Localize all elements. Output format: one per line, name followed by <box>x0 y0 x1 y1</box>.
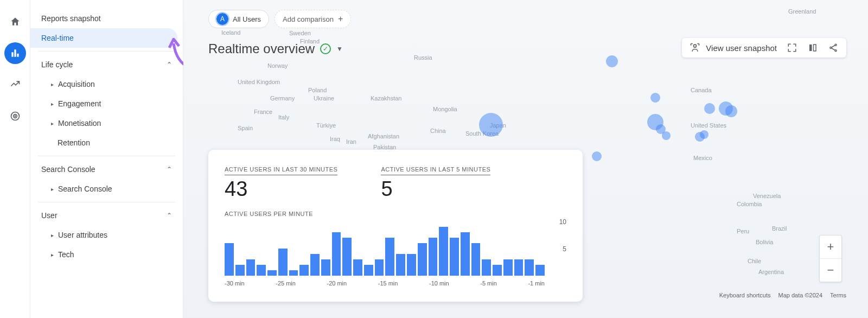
chart-bar <box>385 238 394 276</box>
home-icon[interactable] <box>4 11 26 33</box>
chart-bar <box>278 249 288 276</box>
chart-bar <box>310 254 320 276</box>
sidebar-item-retention[interactable]: Retention <box>30 133 183 152</box>
chart-bar <box>321 259 330 276</box>
chart-bar <box>299 265 309 276</box>
pill-label: All Users <box>233 15 261 23</box>
per-minute-label: ACTIVE USERS PER MINUTE <box>225 211 566 217</box>
map-country-label: Chile <box>748 258 761 264</box>
advertising-icon[interactable] <box>4 105 26 127</box>
svg-rect-1 <box>14 49 16 56</box>
sidebar-item-reports-snapshot[interactable]: Reports snapshot <box>30 9 177 28</box>
sidebar-item-acquisition[interactable]: ▸Acquisition <box>30 74 183 94</box>
caret-right-icon: ▸ <box>51 101 54 107</box>
pill-all-users[interactable]: A All Users <box>208 10 269 28</box>
map-country-label: Venezuela <box>753 193 781 199</box>
svg-point-5 <box>15 116 16 117</box>
metric-value: 43 <box>225 177 337 201</box>
chart-bar <box>257 265 266 276</box>
sidebar-group-label: Search Console <box>41 165 95 174</box>
svg-point-11 <box>835 50 837 52</box>
svg-rect-2 <box>17 54 18 57</box>
map-country-label: Türkiye <box>316 122 336 129</box>
sidebar-item-search-console[interactable]: ▸Search Console <box>30 179 183 199</box>
divider <box>38 51 175 52</box>
fullscreen-icon[interactable] <box>787 42 797 53</box>
sidebar-group-user[interactable]: User⌃ <box>30 206 183 225</box>
x-tick: -5 min <box>480 280 497 287</box>
title-row: Realtime overview ✓ ▼ <box>208 41 343 56</box>
chart-bar <box>396 254 405 276</box>
sidebar-item-label: User attributes <box>58 231 107 239</box>
sidebar-item-label: Acquisition <box>58 80 95 88</box>
chart-bar <box>225 243 234 276</box>
map-country-label: Sweden <box>289 30 311 36</box>
map-country-label: Russia <box>414 54 432 61</box>
sidebar-item-tech[interactable]: ▸Tech <box>30 245 183 264</box>
chart-bar <box>364 265 373 276</box>
page-title: Realtime overview <box>208 41 315 56</box>
x-tick: -1 min <box>528 280 545 287</box>
sidebar-item-label: Monetisation <box>58 119 101 128</box>
sidebar-group-life-cycle[interactable]: Life cycle⌃ <box>30 55 183 74</box>
reports-icon[interactable] <box>4 42 26 64</box>
chart-bar <box>471 243 481 276</box>
chart-bar <box>503 259 513 276</box>
users-per-minute-chart: 10 5 -30 min-25 min-20 min-15 min-10 min… <box>225 221 566 287</box>
chart-bar <box>267 270 277 276</box>
map-country-label: Kazakhstan <box>371 95 401 101</box>
map-country-label: Argentina <box>758 269 784 275</box>
divider <box>38 202 175 202</box>
chart-bar <box>246 259 256 276</box>
sidebar-item-real-time[interactable]: Real-time <box>30 28 177 48</box>
chart-bar <box>332 232 341 276</box>
map-country-label: United States <box>691 122 726 129</box>
chevron-up-icon: ⌃ <box>167 212 172 219</box>
map-country-label: China <box>430 128 446 134</box>
svg-rect-0 <box>11 52 13 56</box>
keyboard-shortcuts-link[interactable]: Keyboard shortcuts <box>719 292 771 298</box>
map-country-label: Iceland <box>221 29 240 36</box>
compare-columns-icon[interactable] <box>807 42 818 53</box>
chart-bar <box>535 265 545 276</box>
chevron-up-icon: ⌃ <box>167 61 172 68</box>
metric-30min: ACTIVE USERS IN LAST 30 MINUTES 43 <box>225 164 337 201</box>
sidebar-item-label: Engagement <box>58 99 101 108</box>
sidebar-item-monetisation[interactable]: ▸Monetisation <box>30 113 183 133</box>
explore-icon[interactable] <box>4 74 26 96</box>
pill-add-comparison[interactable]: Add comparison + <box>275 10 351 28</box>
map-country-label: Iran <box>346 138 356 145</box>
map-country-label: Brazil <box>772 225 787 232</box>
chart-bar <box>418 243 427 276</box>
caret-right-icon: ▸ <box>51 120 54 126</box>
zoom-out-button[interactable]: − <box>820 259 841 282</box>
sidebar-group-search-console[interactable]: Search Console⌃ <box>30 160 183 179</box>
title-dropdown-icon[interactable]: ▼ <box>336 45 343 53</box>
map-user-bubble <box>592 151 602 161</box>
chart-bar <box>482 259 491 276</box>
map-country-label: Iraq <box>330 136 340 142</box>
x-tick: -25 min <box>276 280 296 287</box>
chart-bar <box>514 259 524 276</box>
share-icon[interactable] <box>828 42 839 53</box>
terms-link[interactable]: Terms <box>830 292 846 298</box>
y-tick: 10 <box>559 218 566 226</box>
sidebar-group-label: User <box>41 211 58 220</box>
x-tick: -10 min <box>429 280 449 287</box>
map-country-label: Canada <box>691 87 712 93</box>
map-country-label: Norway <box>267 62 288 69</box>
chart-bar <box>429 238 438 276</box>
map-country-label: Germany <box>270 95 295 101</box>
map-country-label: United Kingdom <box>238 79 280 85</box>
caret-right-icon: ▸ <box>51 81 54 87</box>
caret-right-icon: ▸ <box>51 186 54 192</box>
sidebar-item-engagement[interactable]: ▸Engagement <box>30 94 183 113</box>
sidebar-item-user-attributes[interactable]: ▸User attributes <box>30 225 183 245</box>
x-tick: -20 min <box>327 280 347 287</box>
map-country-label: Spain <box>238 125 253 131</box>
chart-bar <box>353 259 362 276</box>
view-user-snapshot-button[interactable]: View user snapshot <box>690 42 777 53</box>
zoom-in-button[interactable]: + <box>820 236 841 258</box>
pill-label: Add comparison <box>283 15 334 23</box>
chart-bar <box>461 232 470 276</box>
